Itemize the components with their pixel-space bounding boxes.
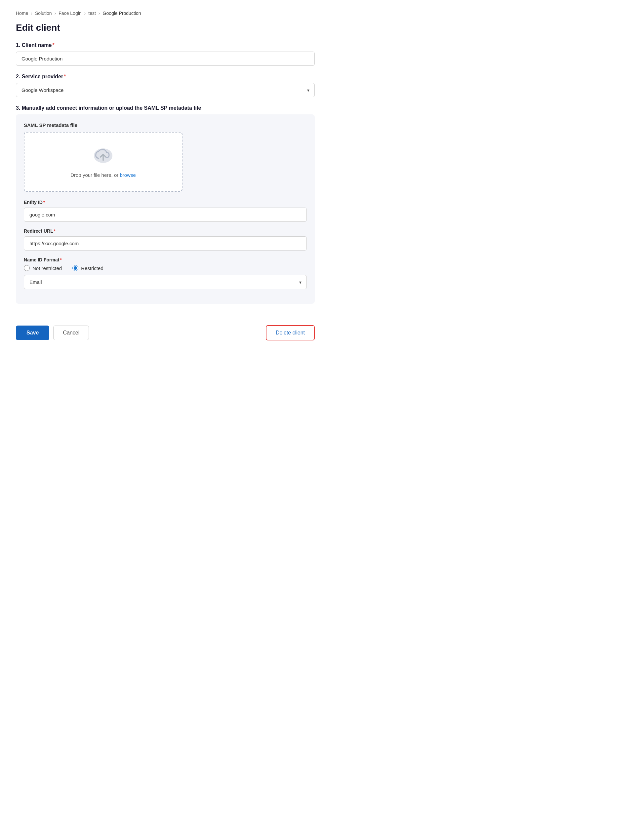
save-button[interactable]: Save (16, 326, 49, 340)
breadcrumb-sep-1: › (31, 11, 32, 16)
service-provider-select[interactable]: Google Workspace Other (16, 83, 315, 97)
required-star-2: * (64, 74, 66, 79)
required-star-4: * (54, 228, 55, 234)
name-id-format-dropdown-wrapper: Email Persistent Transient Unspecified ▾ (24, 275, 307, 289)
entity-id-group: Entity ID* (24, 200, 307, 222)
name-id-format-label: Name ID Format* (24, 257, 307, 262)
required-star-1: * (52, 42, 54, 48)
redirect-url-label: Redirect URL* (24, 228, 307, 234)
upload-area[interactable]: Drop your file here, or browse (24, 132, 182, 192)
client-name-section: 1. Client name* (16, 42, 315, 66)
redirect-url-group: Redirect URL* (24, 228, 307, 251)
upload-label: SAML SP metadata file (24, 122, 307, 128)
redirect-url-input[interactable] (24, 236, 307, 251)
service-provider-label: 2. Service provider* (16, 74, 315, 80)
client-name-label: 1. Client name* (16, 42, 315, 48)
name-id-format-group: Name ID Format* Not restricted Restricte… (24, 257, 307, 289)
breadcrumb-solution[interactable]: Solution (35, 11, 52, 16)
left-actions: Save Cancel (16, 326, 89, 340)
delete-client-button[interactable]: Delete client (266, 325, 315, 340)
radio-restricted-label: Restricted (81, 265, 103, 271)
cloud-upload-icon (91, 146, 115, 167)
radio-restricted-input[interactable] (72, 265, 78, 271)
breadcrumb-current: Google Production (103, 11, 141, 16)
radio-restricted[interactable]: Restricted (72, 265, 103, 271)
breadcrumb-sep-3: › (84, 11, 86, 16)
service-provider-wrapper: Google Workspace Other ▾ (16, 83, 315, 97)
client-name-input[interactable] (16, 52, 315, 66)
breadcrumb-test[interactable]: test (88, 11, 96, 16)
name-id-radio-group: Not restricted Restricted (24, 265, 307, 271)
required-star-5: * (60, 257, 61, 262)
browse-link[interactable]: browse (120, 172, 135, 178)
cancel-button[interactable]: Cancel (53, 326, 89, 340)
footer-actions: Save Cancel Delete client (16, 317, 315, 340)
saml-box: SAML SP metadata file Drop your file her… (16, 114, 315, 304)
entity-id-label: Entity ID* (24, 200, 307, 205)
saml-section-label: 3. Manually add connect information or u… (16, 105, 315, 111)
breadcrumb-home[interactable]: Home (16, 11, 28, 16)
service-provider-section: 2. Service provider* Google Workspace Ot… (16, 74, 315, 97)
page-title: Edit client (16, 23, 315, 33)
name-id-format-select[interactable]: Email Persistent Transient Unspecified (24, 275, 307, 289)
required-star-3: * (43, 200, 45, 205)
radio-not-restricted[interactable]: Not restricted (24, 265, 62, 271)
radio-not-restricted-input[interactable] (24, 265, 30, 271)
saml-section: 3. Manually add connect information or u… (16, 105, 315, 304)
breadcrumb: Home › Solution › Face Login › test › Go… (16, 11, 315, 16)
breadcrumb-sep-2: › (55, 11, 56, 16)
breadcrumb-sep-4: › (98, 11, 100, 16)
radio-not-restricted-label: Not restricted (32, 265, 62, 271)
entity-id-input[interactable] (24, 208, 307, 222)
breadcrumb-facelogin[interactable]: Face Login (58, 11, 81, 16)
upload-drop-text: Drop your file here, or browse (71, 172, 136, 178)
